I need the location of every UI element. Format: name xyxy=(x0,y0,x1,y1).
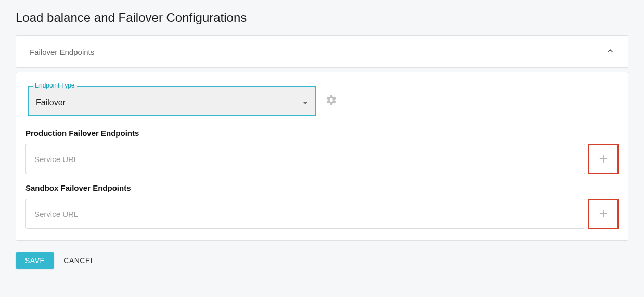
config-panel: Endpoint Type Failover Production Failov… xyxy=(16,72,628,241)
endpoint-type-wrap: Endpoint Type Failover xyxy=(28,86,316,116)
production-url-row xyxy=(25,144,619,174)
actions-row: SAVE CANCEL xyxy=(16,252,628,269)
chevron-up-icon xyxy=(606,46,614,57)
save-button[interactable]: SAVE xyxy=(16,252,54,269)
sandbox-url-row xyxy=(25,199,619,229)
accordion-card: Failover Endpoints xyxy=(16,35,628,68)
gear-icon[interactable] xyxy=(326,94,337,108)
dropdown-caret-icon xyxy=(303,102,308,104)
production-section-label: Production Failover Endpoints xyxy=(25,129,619,138)
sandbox-url-input[interactable] xyxy=(25,199,585,229)
page-title: Load balance and Failover Configurations xyxy=(16,10,628,25)
add-sandbox-endpoint-button[interactable] xyxy=(588,199,619,229)
sandbox-section-label: Sandbox Failover Endpoints xyxy=(25,183,619,192)
accordion-header[interactable]: Failover Endpoints xyxy=(16,36,628,67)
endpoint-type-select[interactable]: Failover xyxy=(28,86,316,116)
production-url-input[interactable] xyxy=(25,144,585,174)
add-production-endpoint-button[interactable] xyxy=(588,144,619,174)
accordion-title: Failover Endpoints xyxy=(30,47,94,56)
cancel-button[interactable]: CANCEL xyxy=(63,256,95,265)
plus-icon xyxy=(598,153,609,165)
plus-icon xyxy=(598,208,609,219)
endpoint-type-row: Endpoint Type Failover xyxy=(25,86,619,116)
endpoint-type-legend: Endpoint Type xyxy=(33,82,77,89)
endpoint-type-value: Failover xyxy=(36,98,66,107)
